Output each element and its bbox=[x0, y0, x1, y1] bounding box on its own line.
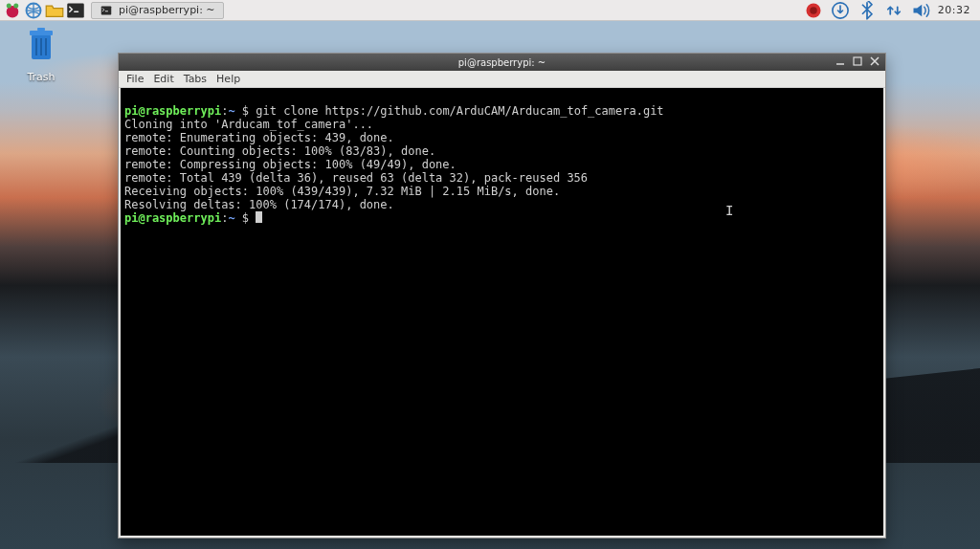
volume-icon[interactable] bbox=[911, 2, 930, 19]
window-title: pi@raspberrypi: ~ bbox=[458, 57, 546, 68]
top-panel: pi@raspberrypi: ~ 20:32 bbox=[0, 0, 980, 21]
desktop-icon-label: Trash bbox=[17, 71, 65, 83]
taskbar-item-terminal[interactable]: pi@raspberrypi: ~ bbox=[91, 2, 224, 19]
terminal-launcher-icon[interactable] bbox=[66, 2, 85, 19]
download-icon[interactable] bbox=[831, 2, 850, 19]
terminal-content[interactable]: pi@raspberrypi:~ $ git clone https://git… bbox=[121, 88, 883, 536]
cursor-block-icon bbox=[256, 211, 262, 223]
desktop-icon-trash[interactable]: Trash bbox=[17, 27, 65, 83]
svg-rect-5 bbox=[101, 6, 112, 14]
terminal-output-line: remote: Enumerating objects: 439, done. bbox=[124, 131, 394, 144]
trash-icon bbox=[25, 27, 57, 65]
svg-rect-14 bbox=[45, 38, 47, 55]
network-icon[interactable] bbox=[884, 2, 903, 19]
prompt-symbol: $ bbox=[242, 104, 249, 118]
window-close-button[interactable] bbox=[868, 55, 881, 67]
svg-rect-15 bbox=[854, 57, 861, 65]
prompt-path: ~ bbox=[228, 104, 234, 118]
terminal-window: pi@raspberrypi: ~ File Edit Tabs Help pi… bbox=[118, 53, 886, 538]
terminal-output-line: remote: Total 439 (delta 36), reused 63 … bbox=[124, 171, 588, 185]
svg-rect-12 bbox=[35, 38, 37, 55]
window-minimize-button[interactable] bbox=[834, 55, 847, 67]
mouse-text-cursor-icon: I bbox=[725, 204, 733, 217]
window-menubar: File Edit Tabs Help bbox=[119, 71, 885, 88]
browser-icon[interactable] bbox=[24, 2, 43, 19]
record-icon[interactable] bbox=[804, 2, 823, 19]
menu-edit[interactable]: Edit bbox=[153, 73, 173, 85]
prompt-path: ~ bbox=[228, 211, 234, 225]
terminal-icon bbox=[100, 5, 113, 16]
clock[interactable]: 20:32 bbox=[938, 4, 970, 16]
prompt-symbol: $ bbox=[242, 211, 249, 225]
file-manager-icon[interactable] bbox=[45, 2, 64, 19]
terminal-command: git clone https://github.com/ArduCAM/Ard… bbox=[256, 104, 663, 118]
svg-rect-4 bbox=[67, 3, 84, 17]
prompt-user: pi@raspberrypi bbox=[124, 211, 221, 225]
terminal-output-line: remote: Counting objects: 100% (83/83), … bbox=[124, 144, 435, 158]
taskbar-item-label: pi@raspberrypi: ~ bbox=[119, 4, 215, 16]
menu-tabs[interactable]: Tabs bbox=[184, 73, 207, 85]
svg-point-1 bbox=[7, 3, 11, 8]
terminal-output-line: Receiving objects: 100% (439/439), 7.32 … bbox=[124, 185, 560, 198]
terminal-output-line: Cloning into 'Arducam_tof_camera'... bbox=[124, 118, 373, 131]
menu-raspberry-icon[interactable] bbox=[3, 2, 22, 19]
svg-point-7 bbox=[810, 7, 817, 14]
menu-file[interactable]: File bbox=[126, 73, 144, 85]
prompt-user: pi@raspberrypi bbox=[124, 104, 221, 118]
svg-point-2 bbox=[13, 3, 18, 8]
window-maximize-button[interactable] bbox=[851, 55, 864, 67]
svg-rect-11 bbox=[37, 28, 45, 31]
svg-rect-13 bbox=[40, 38, 42, 55]
svg-rect-10 bbox=[30, 31, 53, 35]
window-titlebar[interactable]: pi@raspberrypi: ~ bbox=[119, 54, 885, 71]
menu-help[interactable]: Help bbox=[216, 73, 240, 85]
terminal-output-line: remote: Compressing objects: 100% (49/49… bbox=[124, 158, 457, 171]
bluetooth-icon[interactable] bbox=[858, 2, 877, 19]
terminal-output-line: Resolving deltas: 100% (174/174), done. bbox=[124, 198, 394, 211]
